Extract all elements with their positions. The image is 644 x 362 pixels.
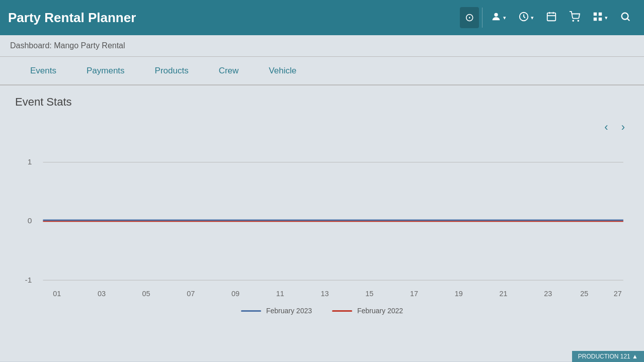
svg-line-13 [627,19,629,21]
tab-products[interactable]: Products [140,57,204,85]
chart-navigation: ‹ › [15,119,629,136]
y-label-1: 1 [28,157,32,166]
legend-line-2023 [241,310,261,312]
search-icon [620,11,631,25]
x-label-05: 05 [142,290,150,298]
subheader: Dashboard: Mango Party Rental [0,35,644,57]
x-label-11: 11 [276,290,284,298]
cart-icon [569,11,580,25]
clock-icon-btn[interactable]: ▾ [513,7,539,29]
x-label-03: 03 [98,290,106,298]
user-icon-btn[interactable]: ▾ [486,7,511,29]
chart-area: Event Stats ‹ › 1 0 -1 [0,85,644,330]
clock-icon [518,11,529,25]
y-label-neg1: -1 [25,276,32,284]
tab-vehicle[interactable]: Vehicle [254,57,311,85]
legend-label-2023: February 2023 [266,307,312,315]
grid-caret: ▾ [605,15,608,21]
dashboard-icon-btn[interactable]: ⊙ [460,7,479,28]
chart-section-title: Event Stats [15,96,629,109]
footer-text: PRODUCTION 121 ▲ [578,353,638,360]
calendar-icon-btn[interactable] [541,7,562,29]
chart-prev-btn[interactable]: ‹ [600,119,612,136]
chart-next-btn[interactable]: › [617,119,629,136]
x-label-07: 07 [187,290,195,298]
x-label-21: 21 [499,290,507,298]
legend-item-2023: February 2023 [241,307,312,315]
user-caret: ▾ [503,15,506,21]
x-label-13: 13 [321,290,329,298]
svg-point-6 [573,20,574,21]
legend-label-2022: February 2022 [357,307,403,315]
svg-point-12 [622,13,628,19]
svg-rect-11 [599,17,602,20]
header-icons: ⊙ ▾ ▾ ▾ [460,7,636,29]
y-label-0: 0 [28,217,32,225]
chart-svg: 1 0 -1 01 03 05 07 09 11 [15,141,629,302]
user-icon [491,11,502,25]
svg-point-7 [578,20,579,21]
dashboard-icon: ⊙ [465,11,474,24]
svg-rect-10 [594,17,597,20]
tab-crew[interactable]: Crew [204,57,254,85]
x-label-15: 15 [365,290,373,298]
svg-point-0 [494,13,498,16]
svg-rect-8 [594,12,597,15]
grid-icon-btn[interactable]: ▾ [587,7,613,29]
tabs-bar: Events Payments Products Crew Vehicle [0,57,644,85]
main-content: Events Payments Products Crew Vehicle Ev… [0,57,644,361]
x-label-19: 19 [455,290,463,298]
x-label-01: 01 [53,290,61,298]
chart-legend: February 2023 February 2022 [15,307,629,315]
footer-bar: PRODUCTION 121 ▲ [572,351,644,362]
legend-item-2022: February 2022 [332,307,403,315]
svg-rect-2 [547,13,556,21]
svg-rect-9 [599,12,602,15]
tab-events[interactable]: Events [15,57,71,85]
x-label-27: 27 [614,290,622,298]
cart-icon-btn[interactable] [564,7,585,29]
x-label-23: 23 [544,290,552,298]
x-label-25: 25 [580,290,588,298]
separator-1 [482,8,482,28]
clock-caret: ▾ [531,15,534,21]
search-icon-btn[interactable] [615,7,636,29]
legend-line-2022 [332,310,352,312]
app-header: Party Rental Planner ⊙ ▾ ▾ [0,0,644,35]
x-label-09: 09 [231,290,239,298]
chart-container: 1 0 -1 01 03 05 07 09 11 [15,141,629,302]
dashboard-breadcrumb: Dashboard: Mango Party Rental [10,41,125,50]
app-title: Party Rental Planner [8,10,460,26]
calendar-icon [546,11,557,25]
grid-icon [592,11,603,25]
tab-payments[interactable]: Payments [71,57,140,85]
x-label-17: 17 [410,290,418,298]
